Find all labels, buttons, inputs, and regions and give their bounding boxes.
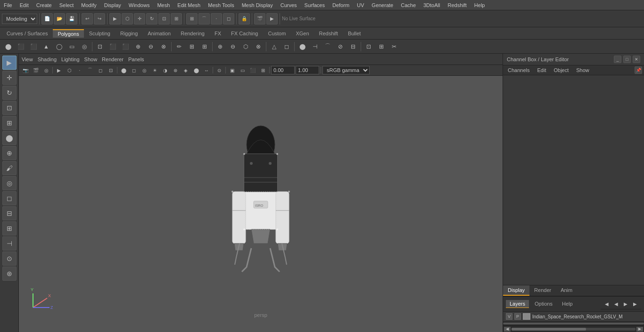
- tab-display[interactable]: Display: [503, 285, 529, 296]
- select-tool-btn[interactable]: ▶: [109, 13, 121, 24]
- torus-icon-btn[interactable]: ◯: [53, 41, 65, 52]
- redo-btn[interactable]: ↪: [94, 13, 105, 24]
- vp-comp-mode-btn[interactable]: ⬡: [65, 66, 74, 74]
- undo-btn[interactable]: ↩: [82, 13, 93, 24]
- tab-rendering[interactable]: Rendering: [176, 29, 209, 37]
- mesh-tools-btn[interactable]: ⊛: [2, 267, 17, 281]
- soft-select-btn[interactable]: ⬤: [2, 131, 17, 145]
- vp-light-btn[interactable]: ☀: [150, 66, 159, 74]
- layout-icon-btn[interactable]: ⊞: [375, 41, 388, 52]
- extract-icon-btn[interactable]: ⊗: [252, 41, 264, 52]
- ch-menu-show[interactable]: Show: [573, 66, 592, 74]
- vp-menu-lighting[interactable]: Lighting: [61, 57, 80, 62]
- ch-menu-object[interactable]: Object: [551, 66, 571, 74]
- lasso-tool-btn[interactable]: ⬡: [122, 13, 133, 24]
- menu-cache[interactable]: Cache: [397, 1, 420, 9]
- vp-face-btn[interactable]: ◻: [96, 66, 105, 74]
- tab-bullet[interactable]: Bullet: [343, 29, 366, 37]
- menu-edit-mesh[interactable]: Edit Mesh: [173, 1, 204, 9]
- loop-cut-icon-btn[interactable]: ⊟: [347, 41, 359, 52]
- move-tool-btn[interactable]: ✛: [134, 13, 145, 24]
- insert-loop-btn[interactable]: ⊟: [2, 206, 17, 220]
- layers-tab-layers[interactable]: Layers: [506, 300, 529, 308]
- vp-gate-btn[interactable]: ▭: [238, 66, 247, 74]
- vp-gamma-select[interactable]: sRGB gamma: [322, 66, 370, 74]
- menu-3dtall[interactable]: 3DtoAll: [420, 1, 444, 9]
- transform-mode-btn[interactable]: ⊞: [2, 116, 17, 130]
- vp-overscan-btn[interactable]: ⬛: [248, 66, 257, 74]
- tab-curves-surfaces[interactable]: Curves / Surfaces: [2, 29, 52, 37]
- fill-hole-icon-btn[interactable]: ⬛: [119, 41, 132, 52]
- layer-next-btn[interactable]: ▶: [631, 300, 639, 308]
- menu-file[interactable]: File: [0, 1, 16, 9]
- paint-btn[interactable]: 🖌: [2, 161, 17, 175]
- tab-render[interactable]: Render: [529, 285, 556, 296]
- menu-create[interactable]: Create: [33, 1, 56, 9]
- ipr-btn[interactable]: ▶: [266, 13, 278, 24]
- vp-2d-pan-btn[interactable]: ⊞: [258, 66, 268, 74]
- cylinder-icon-btn[interactable]: ⬛: [27, 41, 40, 52]
- layer-prev2-btn[interactable]: ◀: [612, 300, 620, 308]
- menu-help[interactable]: Help: [471, 1, 489, 9]
- layers-tab-options[interactable]: Options: [531, 300, 556, 308]
- layer-next2-btn[interactable]: ▶: [621, 300, 630, 308]
- vp-cam-btn[interactable]: 📷: [21, 66, 30, 74]
- layer-prev-btn[interactable]: ◀: [603, 300, 611, 308]
- menu-modify[interactable]: Modify: [77, 1, 100, 9]
- open-scene-btn[interactable]: 📂: [54, 13, 65, 24]
- menu-display[interactable]: Display: [100, 1, 125, 9]
- ch-tab-pin-btn[interactable]: 📌: [635, 66, 642, 74]
- channel-box-minimize-btn[interactable]: _: [614, 56, 621, 63]
- menu-select[interactable]: Select: [56, 1, 78, 9]
- vp-film-btn[interactable]: 🎬: [31, 66, 41, 74]
- ch-menu-channels[interactable]: Channels: [505, 66, 532, 74]
- viewport-3d[interactable]: ISRO X Y Z: [19, 65, 503, 332]
- vp-menu-renderer[interactable]: Renderer: [102, 57, 124, 62]
- layers-scrollbar[interactable]: [503, 322, 644, 325]
- vp-uvs-btn[interactable]: ⊡: [106, 66, 116, 74]
- extrude-icon-btn[interactable]: ⊡: [94, 41, 106, 52]
- tab-animation[interactable]: Animation: [143, 29, 175, 37]
- mode-dropdown[interactable]: Modeling: [2, 14, 37, 24]
- vp-menu-shading[interactable]: Shading: [38, 57, 57, 62]
- conform-icon-btn[interactable]: ⬡: [239, 41, 252, 52]
- vertex-display-btn[interactable]: ⊙: [2, 251, 17, 266]
- rotate-mode-btn[interactable]: ↻: [2, 86, 17, 100]
- menu-edit[interactable]: Edit: [16, 1, 33, 9]
- vp-edge-btn[interactable]: ⌒: [85, 66, 95, 74]
- separate-icon-btn[interactable]: ⊖: [227, 41, 239, 52]
- boolean-union-icon-btn[interactable]: ⊕: [132, 41, 144, 52]
- layer-pickability-btn[interactable]: P: [514, 313, 521, 320]
- vp-isolate-btn[interactable]: ⊙: [215, 66, 224, 74]
- vp-coord-y-field[interactable]: [296, 66, 319, 74]
- snap-point-btn[interactable]: ·: [211, 13, 222, 24]
- menu-surfaces[interactable]: Surfaces: [301, 1, 329, 9]
- vp-shade-btn[interactable]: ⬤: [119, 66, 128, 74]
- menu-mesh[interactable]: Mesh: [153, 1, 173, 9]
- hscroll-left-btn[interactable]: ◀: [504, 327, 511, 332]
- vp-vert-btn[interactable]: ·: [75, 66, 84, 74]
- sculpt-btn[interactable]: ◎: [2, 176, 17, 190]
- menu-deform[interactable]: Deform: [329, 1, 353, 9]
- menu-generate[interactable]: Generate: [368, 1, 397, 9]
- tab-sculpting[interactable]: Sculpting: [84, 29, 115, 37]
- edge-flow-icon-btn[interactable]: ⌒: [322, 41, 334, 52]
- scale-tool-btn[interactable]: ⊡: [158, 13, 170, 24]
- vp-smooth-btn[interactable]: ◎: [140, 66, 149, 74]
- add-div-btn[interactable]: ⊞: [2, 221, 17, 235]
- menu-uv[interactable]: UV: [353, 1, 368, 9]
- tab-custom[interactable]: Custom: [264, 29, 291, 37]
- disc-icon-btn[interactable]: ◎: [78, 41, 91, 52]
- combine-icon-btn[interactable]: ⊕: [214, 41, 226, 52]
- scale-mode-btn[interactable]: ⊡: [2, 101, 17, 115]
- boolean-diff-icon-btn[interactable]: ⊖: [145, 41, 157, 52]
- vp-cam-disp-btn[interactable]: ▣: [227, 66, 237, 74]
- vp-select-mask-btn[interactable]: ▶: [54, 66, 64, 74]
- tab-anim[interactable]: Anim: [556, 285, 577, 296]
- plane-icon-btn[interactable]: ▭: [66, 41, 78, 52]
- triangulate-icon-btn[interactable]: △: [268, 41, 280, 52]
- render-btn[interactable]: 🎬: [254, 13, 265, 24]
- tab-xgen[interactable]: XGen: [291, 29, 314, 37]
- rotate-tool-btn[interactable]: ↻: [146, 13, 157, 24]
- vp-coord-x-field[interactable]: [271, 66, 295, 74]
